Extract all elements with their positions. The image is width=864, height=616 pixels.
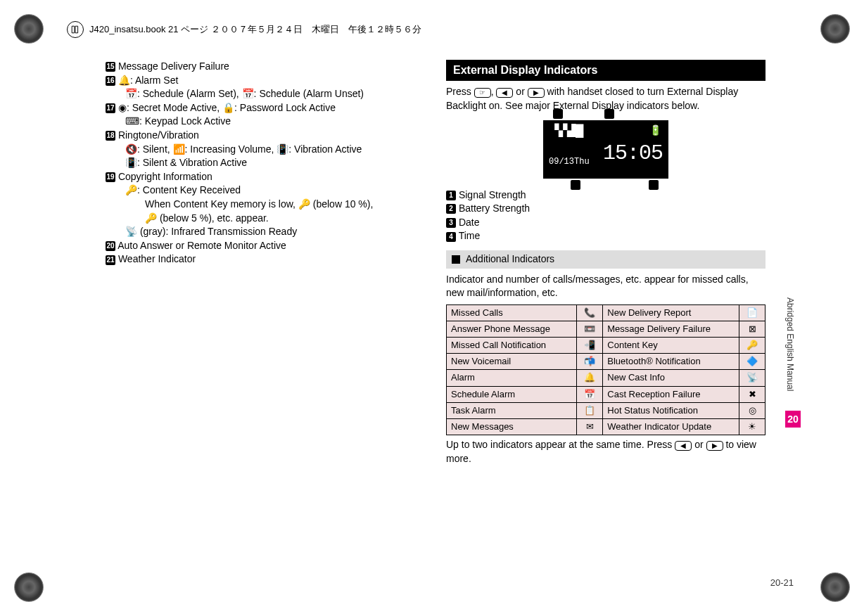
right-column: External Display Indicators Press ☞, ◀ o… (439, 60, 765, 574)
legend-3: 3 Date (446, 216, 765, 230)
table-cell-label: Alarm (447, 370, 577, 386)
item-19-text: Copyright Information (118, 171, 212, 182)
table-cell-label: Weather Indicator Update (603, 419, 739, 435)
table-row: Task Alarm📋Hot Status Notification◎ (447, 402, 765, 418)
item-19-extra: 📡 (gray): Infrared Transmission Ready (125, 225, 425, 239)
badge-21: 21 (106, 255, 115, 265)
table-row: New Voicemail📬Bluetooth® Notification🔷 (447, 354, 765, 370)
sub-intro: Indicator and number of calls/messages, … (446, 273, 765, 300)
registration-mark-tr (820, 14, 850, 44)
side-tab-text: Abridged English Manual (785, 281, 795, 408)
item-16: 16 🔔: Alarm Set 📅: Schedule (Alarm Set),… (106, 74, 425, 101)
item-15-text: Message Delivery Failure (118, 60, 229, 72)
legend-2: 2 Battery Strength (446, 202, 765, 216)
registration-mark-bl (14, 572, 44, 602)
table-cell-icon: ☀ (739, 419, 765, 435)
table-cell-icon: 📬 (577, 354, 603, 370)
table-cell-icon: 🔷 (739, 354, 765, 370)
table-cell-icon: 🔔 (577, 370, 603, 386)
table-cell-label: New Delivery Report (603, 304, 739, 321)
left-column: 15 Message Delivery Failure 16 🔔: Alarm … (106, 60, 439, 574)
legend-badge-4: 4 (446, 232, 456, 242)
legend-badge-1: 1 (446, 191, 456, 200)
legend-text-1: Signal Strength (459, 189, 526, 200)
signal-icon: ▝▞▟█ (550, 123, 583, 139)
table-row: Alarm🔔New Cast Info📡 (447, 370, 765, 386)
table-cell-label: Missed Calls (447, 304, 577, 321)
legend-badge-3: 3 (446, 218, 456, 228)
table-cell-icon: 📲 (577, 338, 603, 354)
ext-date: 09/13Thu (549, 156, 590, 168)
footer-sep: or (692, 439, 706, 450)
table-cell-icon: 📋 (577, 402, 603, 418)
table-row: Schedule Alarm📅Cast Reception Failure✖ (447, 386, 765, 402)
header-text: J420_insatsu.book 21 ページ ２００７年５月２４日 木曜日 … (89, 23, 421, 36)
table-cell-icon: ⊠ (739, 321, 765, 337)
badge-16: 16 (106, 76, 115, 86)
callout-1: 1 (553, 109, 563, 119)
item-19: 19 Copyright Information 🔑: Content Key … (106, 170, 425, 239)
item-19-line0: 🔑: Content Key Received (125, 184, 425, 198)
footer-key-right: ▶ (706, 441, 723, 451)
item-19-line2: 🔑 (below 5 %), etc. appear. (145, 212, 425, 226)
table-cell-label: Content Key (603, 338, 739, 354)
table-cell-label: New Cast Info (603, 370, 739, 386)
table-footer: Up to two indicators appear at the same … (446, 438, 765, 466)
legend-text-2: Battery Strength (459, 203, 530, 214)
table-cell-label: Bluetooth® Notification (603, 354, 739, 370)
table-cell-icon: 📅 (577, 386, 603, 402)
table-cell-icon: ✖ (739, 386, 765, 402)
table-row: Answer Phone Message📼Message Delivery Fa… (447, 321, 765, 337)
item-18-line1: 📳: Silent & Vibration Active (125, 156, 425, 170)
table-cell-icon: ◎ (739, 402, 765, 418)
legend-text-4: Time (459, 230, 481, 241)
key-right: ▶ (528, 88, 545, 98)
badge-17: 17 (106, 103, 115, 113)
table-cell-icon: 📞 (577, 304, 603, 321)
table-cell-label: Missed Call Notification (447, 338, 577, 354)
item-21: 21 Weather Indicator (106, 252, 425, 267)
table-cell-icon: 📄 (739, 304, 765, 321)
external-display: ▝▞▟█ 🔋 09/13Thu 15:05 (543, 120, 668, 179)
key-left: ◀ (496, 88, 513, 98)
key-camera: ☞ (474, 88, 491, 98)
table-cell-icon: 🔑 (739, 338, 765, 354)
book-icon (67, 21, 84, 38)
side-tab-number: 20 (785, 411, 801, 428)
page-body: 15 Message Delivery Failure 16 🔔: Alarm … (106, 60, 765, 574)
ext-time: 15:05 (603, 139, 663, 168)
external-display-wrapper: 1 2 ▝▞▟█ 🔋 09/13Thu 15:05 3 4 (514, 120, 697, 179)
table-row: Missed Calls📞New Delivery Report📄 (447, 304, 765, 321)
item-17-line0: ◉: Secret Mode Active, 🔒: Password Lock … (118, 102, 336, 113)
section-header-external: External Display Indicators (446, 60, 765, 81)
table-cell-icon: 📼 (577, 321, 603, 337)
footer-prefix: Up to two indicators appear at the same … (446, 439, 675, 450)
table-row: New Messages✉Weather Indicator Update☀ (447, 419, 765, 435)
table-cell-icon: ✉ (577, 419, 603, 435)
document-header: J420_insatsu.book 21 ページ ２００７年５月２４日 木曜日 … (67, 21, 421, 38)
table-cell-label: Message Delivery Failure (603, 321, 739, 337)
indicators-table: Missed Calls📞New Delivery Report📄Answer … (446, 304, 765, 436)
callout-3: 3 (571, 180, 580, 190)
item-17: 17 ◉: Secret Mode Active, 🔒: Password Lo… (106, 101, 425, 129)
table-cell-label: Task Alarm (447, 402, 577, 418)
table-cell-label: Hot Status Notification (603, 402, 739, 418)
legend-1: 1 Signal Strength (446, 188, 765, 203)
page-number: 20-21 (770, 577, 794, 588)
badge-19: 19 (106, 172, 115, 182)
badge-15: 15 (106, 62, 115, 72)
table-cell-label: New Messages (447, 419, 577, 435)
item-16-line1: 📅: Schedule (Alarm Set), 📅: Schedule (Al… (125, 87, 425, 101)
legend-badge-2: 2 (446, 204, 456, 214)
square-bullet-icon (452, 255, 460, 264)
item-17-line1: ⌨: Keypad Lock Active (125, 115, 425, 129)
item-15: 15 Message Delivery Failure (106, 60, 425, 74)
table-cell-icon: 📡 (739, 370, 765, 386)
table-row: Missed Call Notification📲Content Key🔑 (447, 338, 765, 354)
callout-2: 2 (604, 109, 614, 119)
registration-mark-br (820, 572, 850, 602)
side-tab: Abridged English Manual 20 (785, 281, 801, 443)
keysep1: or (513, 86, 527, 97)
footer-key-left: ◀ (675, 441, 692, 451)
item-18: 18 Ringtone/Vibration 🔇: Silent, 📶: Incr… (106, 129, 425, 170)
